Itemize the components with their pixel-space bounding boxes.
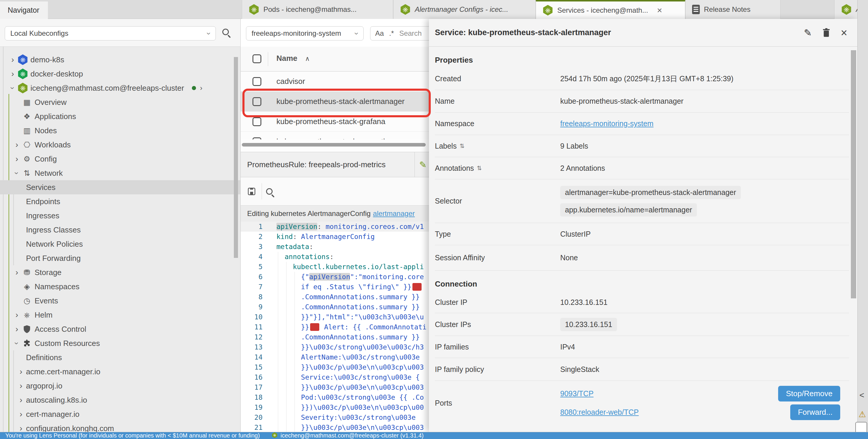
tab-pods-icecheng-mathmas-[interactable]: ⎈Pods - icecheng@mathmas... [242, 0, 393, 19]
yaml-editor[interactable]: 1apiVersion: monitoring.coreos.com/v12ki… [241, 222, 429, 432]
sidebar-item-argoproj-io[interactable]: ›argoproj.io [0, 379, 240, 393]
namespace-select[interactable]: freeleaps-monitoring-system › [246, 26, 364, 40]
code-line[interactable]: 18 Pod:\u003c/strong\u003e {{ .Co [241, 392, 429, 402]
kubeconfig-select[interactable]: Local Kubeconfigs › [5, 26, 216, 40]
code-line[interactable]: 7 if eq .Status \"firing\" }}🚨 [241, 282, 429, 292]
code-line[interactable]: 6 {"apiVersion":"monitoring.core [241, 272, 429, 282]
code-line[interactable]: 1apiVersion: monitoring.coreos.com/v1 [241, 222, 429, 232]
row-checkbox[interactable] [252, 137, 261, 140]
code-line[interactable]: 19 }})\u003c/p\u003e\n\u003cp\u00 [241, 402, 429, 412]
tree-chevron-icon[interactable]: › [12, 339, 22, 347]
forward-button[interactable]: Forward... [790, 404, 840, 420]
code-line[interactable]: 17 }}\u003c/p\u003e\n\u003cp\u003 [241, 382, 429, 392]
sidebar-item-overview[interactable]: ▦Overview [0, 95, 240, 109]
code-line[interactable]: 13 }}\u003c/strong\u003e\u003c/h3 [241, 342, 429, 352]
table-row[interactable]: kube-prometheus-stack-prometheus [241, 132, 429, 139]
sidebar-item-acme-cert-manager-io[interactable]: ›acme.cert-manager.io [0, 365, 240, 379]
code-line[interactable]: 14 AlertName:\u003c/strong\u003e [241, 352, 429, 362]
tab-release-notes[interactable]: Release Notes [685, 0, 780, 19]
port-link[interactable]: 8080:reloader-web/TCP [560, 408, 639, 416]
code-line[interactable]: 5 kubectl.kubernetes.io/last-appli [241, 262, 429, 272]
sidebar-scrollbar[interactable] [234, 57, 238, 258]
sidebar-item-autoscaling-k8s-io[interactable]: ›autoscaling.k8s.io [0, 393, 240, 407]
tree-chevron-icon[interactable]: › [16, 382, 26, 390]
save-icon[interactable] [247, 187, 256, 196]
tab-navigator[interactable]: Navigator [0, 1, 48, 19]
edit-resource-icon[interactable]: ✎ [804, 27, 812, 38]
tree-chevron-icon[interactable]: › [16, 424, 26, 432]
regex-toggle[interactable]: .* [389, 29, 394, 37]
editor-search-icon[interactable] [266, 188, 273, 195]
edit-pencil-icon[interactable]: ✎ [419, 160, 427, 170]
code-line[interactable]: 20 Severity:\u003c/strong\u003e [241, 412, 429, 423]
code-line[interactable]: 12 .CommonAnnotations.summary }} [241, 332, 429, 342]
sidebar-item-cert-manager-io[interactable]: ›cert-manager.io [0, 407, 240, 421]
match-case-toggle[interactable]: Aa [375, 29, 384, 37]
tree-chevron-icon[interactable]: › [12, 169, 22, 177]
code-line[interactable]: 15 }}\u003c/p\u003e\n\u003cp\u003 [241, 362, 429, 372]
tree-chevron-icon[interactable]: › [8, 56, 18, 64]
code-line[interactable]: 11 }}🚨 Alert: {{ .CommonAnnotati [241, 322, 429, 332]
sidebar-item-network[interactable]: ›⇅Network [0, 166, 240, 180]
port-link[interactable]: 9093/TCP [560, 390, 594, 398]
sidebar-item-applications[interactable]: ❖Applications [0, 109, 240, 124]
tree-chevron-icon[interactable]: › [8, 84, 18, 92]
sidebar-item-custom-resources[interactable]: ›Custom Resources [0, 336, 240, 350]
delete-trash-icon[interactable] [822, 28, 831, 38]
row-checkbox[interactable] [252, 117, 261, 126]
search-icon[interactable] [222, 29, 229, 35]
search-input[interactable]: Aa .* Search [370, 26, 429, 40]
sidebar-item-definitions[interactable]: Definitions [0, 350, 240, 365]
sort-updown-icon[interactable]: ⇅ [477, 165, 482, 172]
select-all-checkbox[interactable] [252, 54, 261, 63]
table-hscrollbar[interactable] [242, 143, 426, 146]
drawer-scrollbar[interactable] [851, 50, 856, 298]
tree-chevron-icon[interactable]: › [12, 311, 22, 319]
row-checkbox[interactable] [252, 77, 261, 86]
sort-updown-icon[interactable]: ⇅ [460, 142, 465, 149]
code-line[interactable]: 8 .CommonAnnotations.summary }} [241, 292, 429, 302]
tree-chevron-icon[interactable]: › [12, 268, 22, 276]
stop-remove-button[interactable]: Stop/Remove [778, 386, 840, 402]
code-line[interactable]: 21 }}\u003c/p\u003e\n\u003cp\u003 [241, 423, 429, 432]
sidebar-item-config[interactable]: ›⚙Config [0, 152, 240, 166]
code-line[interactable]: 2kind: AlertmanagerConfig [241, 232, 429, 242]
code-line[interactable]: 9 .CommonAnnotations.summary }} [241, 302, 429, 312]
namespace-link[interactable]: freeleaps-monitoring-system [560, 120, 653, 128]
tree-chevron-icon[interactable]: › [8, 70, 18, 78]
alertmanager-link[interactable]: alertmanager [373, 209, 415, 218]
sidebar-item-events[interactable]: ◷Events [0, 294, 240, 308]
code-line[interactable]: 3metadata: [241, 242, 429, 252]
sidebar-item-endpoints[interactable]: Endpoints [0, 194, 240, 209]
sidebar-item-configuration-konghq-com[interactable]: ›configuration.konghq.com [0, 421, 240, 432]
tree-chevron-icon[interactable]: › [12, 325, 22, 333]
sidebar-item-services[interactable]: Services [0, 180, 240, 194]
sidebar-item-workloads[interactable]: ›⎔Workloads [0, 138, 240, 152]
sidebar-item-ingress-classes[interactable]: Ingress Classes [0, 223, 240, 237]
tree-chevron-icon[interactable]: › [16, 368, 26, 376]
tab-services-icecheng-math-[interactable]: ⎈Services - icecheng@math...× [536, 0, 685, 19]
active-cluster-status[interactable]: ⎈ icecheng@mathmast.com@freeleaps-cluste… [272, 432, 424, 439]
tree-chevron-icon[interactable]: › [12, 155, 22, 163]
tree-chevron-icon[interactable]: › [12, 141, 22, 149]
close-icon[interactable]: × [657, 6, 662, 15]
sidebar-item-port-forwarding[interactable]: Port Forwarding [0, 251, 240, 265]
close-icon[interactable]: × [841, 27, 847, 38]
column-name[interactable]: Name∧ [276, 54, 310, 63]
sidebar-item-storage[interactable]: ›⛃Storage [0, 265, 240, 279]
code-line[interactable]: 16 Service:\u003c/strong\u003e { [241, 372, 429, 382]
sidebar-item-icecheng-mathmast-com-freeleaps-cluster[interactable]: ›⎈icecheng@mathmast.com@freeleaps-cluste… [0, 81, 240, 95]
sidebar-item-access-control[interactable]: ›Access Control [0, 322, 240, 336]
sidebar-item-network-policies[interactable]: Network Policies [0, 237, 240, 251]
sidebar-item-ingresses[interactable]: Ingresses [0, 209, 240, 223]
collapse-chevron-icon[interactable]: < [860, 391, 864, 400]
sidebar-item-demo-k8s[interactable]: ›⎈demo-k8s [0, 53, 240, 67]
tree-chevron-icon[interactable]: › [16, 396, 26, 404]
sidebar-item-nodes[interactable]: ▥Nodes [0, 124, 240, 138]
tree-chevron-icon[interactable]: › [16, 410, 26, 418]
sidebar-item-namespaces[interactable]: ◈Namespaces [0, 279, 240, 294]
sidebar-item-helm[interactable]: ›⎈Helm [0, 308, 240, 322]
code-line[interactable]: 10 }}"}],"html":"\u003ch3\u003e\u [241, 312, 429, 322]
code-line[interactable]: 4 annotations: [241, 252, 429, 262]
tab-alertmanager-configs-icec-[interactable]: ⎈Alertmanager Configs - icec... [393, 0, 536, 19]
